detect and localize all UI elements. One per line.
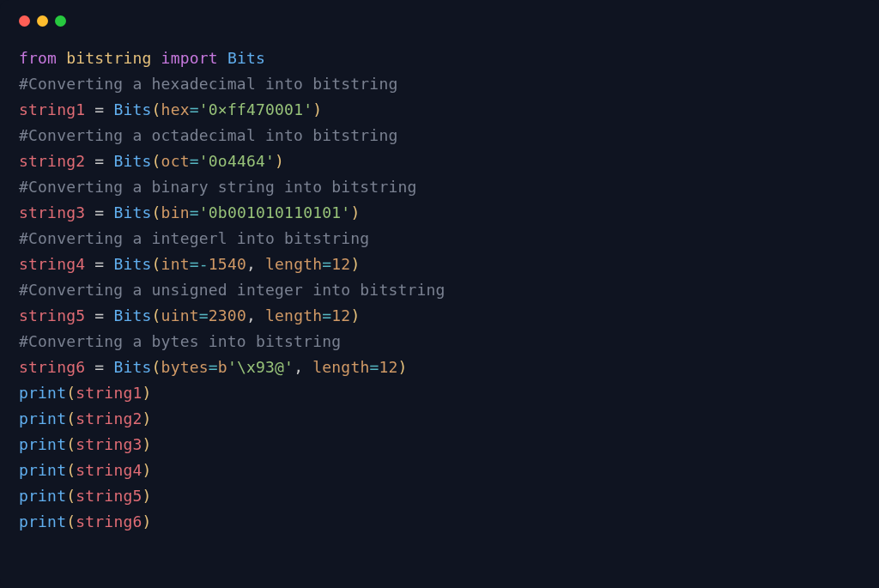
str-hex: '0×ff470001' [199, 100, 312, 118]
kwarg-bin: bin [161, 203, 190, 221]
var-name: string1 [19, 100, 85, 118]
var-name: string2 [19, 152, 85, 170]
var-ref: string3 [76, 435, 142, 453]
comma: , [246, 255, 265, 273]
var-ref: string4 [76, 461, 142, 479]
str-bin: '0b001010110101' [199, 203, 351, 221]
num-len: 12 [331, 306, 350, 324]
lparen: ( [152, 255, 161, 273]
kwarg-bytes: bytes [161, 358, 209, 376]
num-len: 12 [379, 358, 398, 376]
kwarg-length: length [312, 358, 369, 376]
lparen: ( [152, 152, 161, 170]
rparen: ) [350, 306, 360, 324]
var-name: string3 [19, 203, 85, 221]
rparen: ) [142, 384, 152, 402]
call-Bits: Bits [113, 152, 151, 170]
line-17: print(string4) [19, 461, 152, 479]
op-assign: = [85, 358, 113, 376]
comment: #Converting a binary string into bitstri… [19, 178, 417, 196]
comma: , [294, 358, 312, 376]
line-12: #Converting a bytes into bitstring [19, 332, 341, 350]
code-window: from bitstring import Bits #Converting a… [0, 0, 879, 588]
eq: = [190, 255, 199, 273]
kwarg-length: length [265, 306, 322, 324]
rparen: ) [142, 435, 152, 453]
comment: #Converting a octadecimal into bitstring [19, 126, 397, 144]
call-Bits: Bits [113, 255, 151, 273]
var-name: string4 [19, 255, 85, 273]
line-1: from bitstring import Bits [19, 49, 265, 67]
op-assign: = [85, 306, 113, 324]
var-name: string5 [19, 306, 85, 324]
line-8: #Converting a integerl into bitstring [19, 229, 369, 247]
lparen: ( [152, 100, 161, 118]
kwarg-uint: uint [161, 306, 199, 324]
close-icon[interactable] [19, 15, 30, 27]
eq: = [190, 203, 199, 221]
str-oct: '0o4464' [199, 152, 275, 170]
kwarg-int: int [161, 255, 190, 273]
call-Bits: Bits [113, 306, 151, 324]
kw-import: import [161, 49, 218, 67]
module-name: bitstring [66, 49, 151, 67]
var-ref: string6 [76, 512, 142, 530]
lparen: ( [66, 384, 76, 402]
lparen: ( [152, 203, 161, 221]
kwarg-hex: hex [161, 100, 190, 118]
call-Bits: Bits [113, 203, 151, 221]
comma: , [246, 306, 265, 324]
rparen: ) [142, 512, 152, 530]
line-4: #Converting a octadecimal into bitstring [19, 126, 397, 144]
op-assign: = [85, 255, 113, 273]
op-assign: = [85, 203, 113, 221]
line-16: print(string3) [19, 435, 152, 453]
rparen: ) [350, 255, 360, 273]
op-assign: = [85, 152, 113, 170]
rparen: ) [142, 409, 152, 427]
rparen: ) [142, 487, 152, 505]
eq: = [369, 358, 379, 376]
line-10: #Converting a unsigned integer into bits… [19, 281, 446, 299]
var-ref: string5 [76, 487, 142, 505]
var-ref: string1 [76, 384, 142, 402]
window-controls [19, 15, 860, 27]
num-int: 1540 [209, 255, 246, 273]
comment: #Converting a hexadecimal into bitstring [19, 75, 397, 93]
kwarg-oct: oct [161, 152, 190, 170]
rparen: ) [350, 203, 360, 221]
lparen: ( [66, 409, 76, 427]
line-15: print(string2) [19, 409, 152, 427]
op-assign: = [85, 100, 113, 118]
kwarg-length: length [265, 255, 322, 273]
line-3: string1 = Bits(hex='0×ff470001') [19, 100, 322, 118]
eq: = [190, 100, 199, 118]
minimize-icon[interactable] [37, 15, 48, 27]
lparen: ( [66, 435, 76, 453]
comment: #Converting a integerl into bitstring [19, 229, 369, 247]
fn-print: print [19, 409, 66, 427]
str-bytes: '\x93@' [227, 358, 294, 376]
line-14: print(string1) [19, 384, 152, 402]
fn-print: print [19, 384, 66, 402]
rparen: ) [398, 358, 408, 376]
line-7: string3 = Bits(bin='0b001010110101') [19, 203, 360, 221]
fn-print: print [19, 487, 66, 505]
zoom-icon[interactable] [55, 15, 66, 27]
kw-from: from [19, 49, 57, 67]
eq: = [190, 152, 199, 170]
lparen: ( [152, 358, 161, 376]
comment: #Converting a bytes into bitstring [19, 332, 341, 350]
line-2: #Converting a hexadecimal into bitstring [19, 75, 397, 93]
line-11: string5 = Bits(uint=2300, length=12) [19, 306, 360, 324]
num-len: 12 [331, 255, 350, 273]
eq: = [322, 306, 331, 324]
lparen: ( [152, 306, 161, 324]
rparen: ) [275, 152, 284, 170]
lparen: ( [66, 461, 76, 479]
line-9: string4 = Bits(int=-1540, length=12) [19, 255, 360, 273]
minus: - [199, 255, 209, 273]
line-13: string6 = Bits(bytes=b'\x93@', length=12… [19, 358, 408, 376]
eq: = [209, 358, 218, 376]
num-uint: 2300 [209, 306, 246, 324]
